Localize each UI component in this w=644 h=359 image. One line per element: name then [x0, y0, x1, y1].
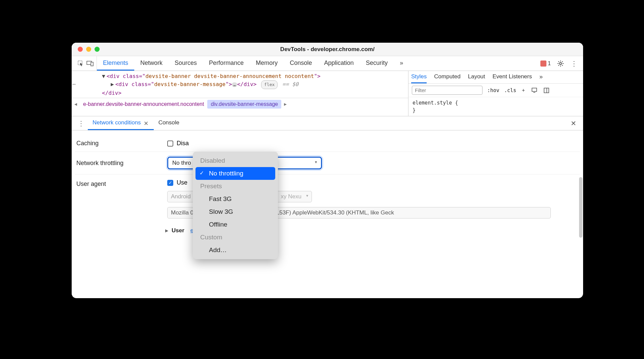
drawer-tab-console[interactable]: Console [154, 116, 184, 130]
expand-toggle-icon[interactable]: ▶ [165, 228, 168, 233]
svg-rect-6 [544, 88, 549, 93]
dropdown-item-fast-3g[interactable]: Fast 3G [195, 193, 275, 205]
breadcrumb-scroll-right[interactable]: ▸ [281, 101, 289, 107]
caching-row: Caching Disa [75, 135, 580, 152]
styles-tabs: Styles Computed Layout Event Listeners » [408, 71, 583, 84]
caching-label: Caching [76, 140, 167, 147]
styles-body[interactable]: element.style { } [408, 97, 583, 116]
cls-toggle[interactable]: .cls [504, 87, 516, 93]
breadcrumb: ◂ e-banner.devsite-banner-announcement.n… [72, 98, 408, 110]
dropdown-item-disabled-header: Disabled [195, 154, 275, 167]
style-rule-line: } [413, 107, 579, 114]
close-icon[interactable]: ✕ [144, 120, 149, 125]
close-window-button[interactable] [78, 47, 83, 52]
disable-cache-checkbox[interactable] [167, 141, 173, 147]
breadcrumb-item[interactable]: e-banner.devsite-banner-announcement.noc… [80, 100, 207, 109]
titlebar: DevTools - developer.chrome.com/ [72, 43, 583, 56]
tab-performance[interactable]: Performance [203, 56, 250, 71]
client-hints-row: ▶ User earn more [75, 223, 580, 234]
user-agent-label: User agent [76, 179, 167, 188]
error-badge[interactable]: 1 [540, 61, 551, 67]
client-hints-label: User [172, 227, 184, 234]
toggle-sidebar-icon[interactable] [543, 87, 550, 94]
dropdown-item-no-throttling[interactable]: ✓ No throttling [195, 167, 275, 180]
error-icon [540, 61, 546, 67]
user-agent-row: User agent ✓ Use Android xy Nexu Mozilla… [75, 174, 580, 223]
style-rule-line: element.style { [413, 99, 579, 107]
dropdown-item-slow-3g[interactable]: Slow 3G [195, 205, 275, 218]
breadcrumb-item-selected[interactable]: div.devsite-banner-message [207, 100, 281, 109]
device-toggle-icon[interactable] [86, 60, 94, 67]
expand-toggle-icon[interactable]: ▼ [102, 73, 105, 79]
more-menu-icon[interactable]: ⋮ [570, 60, 578, 67]
throttling-row: Network throttling No thro [75, 152, 580, 174]
dom-row[interactable]: ▼<div class="devsite-banner devsite-bann… [102, 72, 408, 80]
dropdown-item-offline[interactable]: Offline [195, 218, 275, 231]
svg-rect-4 [532, 88, 537, 91]
flex-badge[interactable]: flex [261, 80, 278, 89]
expand-toggle-icon[interactable]: ▶ [111, 81, 114, 87]
gutter-ellipsis-icon: ⋯ [72, 80, 76, 88]
collapsed-ellipsis-icon[interactable]: … [232, 82, 237, 87]
tabs-overflow[interactable]: » [394, 56, 409, 71]
styles-tabs-overflow[interactable]: » [539, 71, 543, 83]
dom-tree[interactable]: ⋯ ▼<div class="devsite-banner devsite-ba… [72, 71, 408, 98]
use-browser-default-label: Use [177, 179, 187, 186]
svg-rect-2 [91, 62, 93, 66]
svg-point-3 [560, 63, 562, 65]
error-count: 1 [548, 61, 551, 67]
dropdown-custom-header: Custom [195, 231, 275, 244]
traffic-lights [78, 47, 100, 52]
tab-network[interactable]: Network [134, 56, 169, 71]
devtools-window: DevTools - developer.chrome.com/ Element… [72, 43, 583, 298]
device-icon[interactable] [531, 87, 538, 94]
styles-tab-styles[interactable]: Styles [411, 71, 427, 83]
breadcrumb-scroll-left[interactable]: ◂ [72, 101, 80, 107]
dropdown-item-add[interactable]: Add… [195, 244, 275, 256]
main-toolbar: Elements Network Sources Performance Mem… [72, 56, 583, 71]
dom-row[interactable]: </div> [102, 89, 408, 97]
vertical-scrollbar[interactable] [579, 177, 582, 238]
throttling-label: Network throttling [76, 160, 167, 167]
dom-row-selected[interactable]: ▶<div class="devsite-banner-message">…</… [111, 80, 408, 89]
settings-icon[interactable] [557, 60, 564, 67]
tab-elements[interactable]: Elements [97, 56, 134, 71]
maximize-window-button[interactable] [95, 47, 100, 52]
selected-node-indicator: == $0 [282, 81, 298, 87]
minimize-window-button[interactable] [86, 47, 91, 52]
styles-pane: Styles Computed Layout Event Listeners »… [408, 71, 583, 116]
tab-console[interactable]: Console [284, 56, 318, 71]
styles-tab-computed[interactable]: Computed [434, 71, 460, 83]
drawer-menu-icon[interactable]: ⋮ [74, 119, 88, 127]
styles-tab-event-listeners[interactable]: Event Listeners [493, 71, 532, 83]
drawer-tab-label: Network conditions [93, 119, 141, 126]
drawer-tab-network-conditions[interactable]: Network conditions ✕ [88, 116, 154, 130]
tab-application[interactable]: Application [318, 56, 360, 71]
toolbar-right: 1 ⋮ [540, 60, 580, 67]
network-conditions-panel: Caching Disa Network throttling No thro … [72, 130, 583, 241]
tab-security[interactable]: Security [360, 56, 394, 71]
elements-split: ⋯ ▼<div class="devsite-banner devsite-ba… [72, 71, 583, 116]
drawer-tabs: ⋮ Network conditions ✕ Console ✕ [72, 116, 583, 130]
disable-cache-label: Disa [177, 140, 189, 147]
tab-memory[interactable]: Memory [250, 56, 284, 71]
new-style-rule-icon[interactable]: ＋ [521, 87, 526, 93]
styles-filter-input[interactable] [412, 86, 482, 95]
window-title: DevTools - developer.chrome.com/ [72, 46, 583, 53]
use-browser-default-checkbox[interactable]: ✓ [167, 180, 173, 186]
panel-tabs: Elements Network Sources Performance Mem… [97, 56, 409, 71]
inspect-element-icon[interactable] [77, 60, 84, 67]
check-icon: ✓ [200, 170, 204, 176]
styles-tab-layout[interactable]: Layout [468, 71, 485, 83]
hov-toggle[interactable]: :hov [487, 87, 499, 93]
tab-sources[interactable]: Sources [169, 56, 203, 71]
dom-tree-pane: ⋯ ▼<div class="devsite-banner devsite-ba… [72, 71, 408, 116]
toolbar-left-icons [74, 56, 97, 71]
throttling-dropdown: Disabled ✓ No throttling Presets Fast 3G… [193, 152, 278, 259]
drawer-close-icon[interactable]: ✕ [567, 119, 580, 127]
dropdown-presets-header: Presets [195, 180, 275, 193]
styles-toolbar: :hov .cls ＋ [408, 84, 583, 97]
